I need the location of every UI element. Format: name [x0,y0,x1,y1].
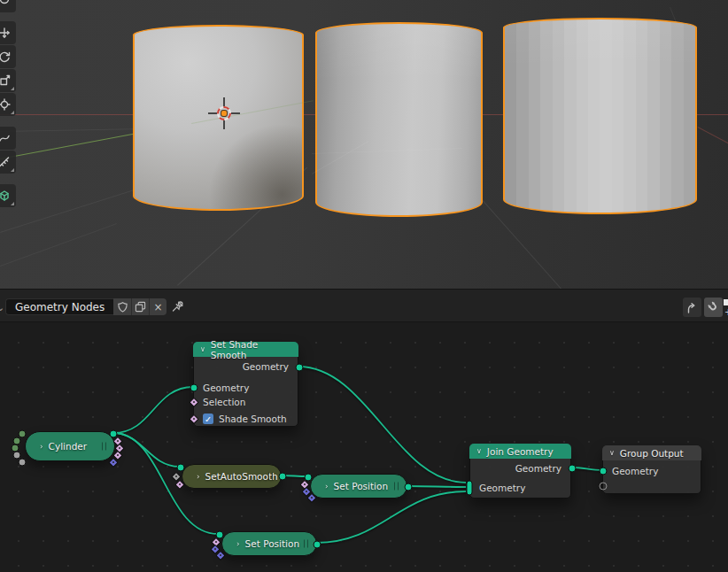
add-cube-icon [0,189,11,202]
input-row: ✓ Shade Smooth [194,411,298,427]
tool-move-button[interactable] [0,21,16,44]
socket-label: Selection [203,397,245,407]
tree-name-buttons: × [113,298,167,315]
cylinder-object-autosmooth[interactable] [315,22,483,217]
socket-label: Geometry [203,383,249,393]
snap-with-button-partial[interactable]: + [723,298,728,317]
node-grip[interactable] [394,483,399,491]
input-row: Selection [194,394,298,410]
node-title: Set Position [245,538,299,549]
node-group-output[interactable]: ∨ Group Output Geometry [602,445,701,494]
tool-measure-button[interactable] [0,151,16,174]
geometry-output-socket[interactable] [296,364,304,372]
link-shadesmooth-to-join [298,367,466,483]
geometry-multi-input-socket[interactable] [467,481,473,496]
magnet-icon [704,298,723,316]
tool-rotate-button[interactable] [0,45,16,68]
annotate-icon [0,132,11,144]
cylinder-object-flat[interactable] [503,18,697,214]
node-cylinder[interactable]: › Cylinder [25,431,115,461]
input-row: Geometry [603,463,701,479]
snap-toggle-button[interactable] [704,298,723,317]
fake-user-button[interactable] [113,298,131,315]
virtual-input-socket[interactable] [600,483,608,491]
input-row: Geometry [470,480,570,496]
snap-increment-icon [724,299,728,305]
unlink-button[interactable]: × [149,298,167,315]
geometry-output-socket[interactable] [405,483,413,491]
node-join-geometry[interactable]: ∨ Join Geometry Geometry Geometry [469,444,571,499]
node-header[interactable]: ∨ Join Geometry [469,444,571,459]
socket-label: Geometry [479,483,525,493]
geometry-input-socket[interactable] [600,468,608,475]
shade-smooth-checkbox[interactable]: ✓ [203,414,213,424]
node-grip[interactable] [268,473,274,481]
copy-icon [135,301,146,313]
link-cylinder-to-shadesmooth [113,387,193,433]
cursor-icon [0,0,11,7]
node-title: Group Output [620,448,684,459]
depth-input-socket[interactable] [19,459,27,467]
node-title: SetAutoSmooth [205,471,278,482]
node-header[interactable]: ∨ Group Output [602,445,701,460]
object-origin-dot [221,111,227,116]
geometry-output-socket[interactable] [569,465,577,473]
pin-icon [171,300,184,313]
node-grip[interactable] [102,443,107,451]
grid-line [0,128,135,132]
tool-add-cube-button[interactable] [0,184,16,207]
tool-cursor-button[interactable] [0,0,16,12]
rotate-icon [0,50,11,63]
link-setposition-a-to-join [407,486,466,487]
go-to-parent-button[interactable] [683,298,701,317]
socket-label: Shade Smooth [219,414,287,424]
vertices-input-socket[interactable] [19,430,27,438]
transform-icon [0,98,11,111]
collapse-chevron-icon[interactable]: ∨ [476,447,482,455]
pin-button[interactable] [169,298,185,315]
output-row: Geometry [194,359,298,375]
collapse-chevron-icon[interactable]: ∨ [200,345,205,353]
expand-chevron-icon[interactable]: › [236,539,240,548]
geometry-input-socket[interactable] [177,464,185,472]
close-icon: × [153,302,162,313]
output-row: Geometry [470,460,570,476]
editor-menu-sliver-icon[interactable]: ⌄ [0,302,4,313]
duplicate-button[interactable] [131,298,149,315]
node-grip[interactable] [304,540,309,548]
expand-chevron-icon[interactable]: › [197,472,200,481]
grid-line [0,223,117,267]
grid-line-red [698,127,728,144]
plus-icon: + [724,307,728,317]
node-set-auto-smooth[interactable]: › SetAutoSmooth [182,464,282,489]
node-title: Set Shade Smooth [211,339,291,360]
collapse-chevron-icon[interactable]: ∨ [609,449,615,457]
node-header[interactable]: ∨ Set Shade Smooth [193,342,298,357]
geometry-output-socket[interactable] [314,541,321,549]
grid-line [0,184,151,233]
expand-chevron-icon[interactable]: › [325,482,329,491]
shield-icon [117,301,128,313]
scale-icon [0,74,11,87]
tool-annotate-button[interactable] [0,127,16,150]
node-set-position-b[interactable]: › Set Position [221,531,317,556]
blender-window: ⌄ × [0,0,728,572]
socket-label: Geometry [612,466,658,476]
3d-cursor [208,97,240,129]
geometry-input-socket[interactable] [190,384,198,392]
socket-label: Geometry [243,361,289,372]
link-setposition-b-to-join [316,491,466,543]
up-arrow-icon [685,301,699,314]
tool-scale-button[interactable] [0,69,16,92]
node-set-position-a[interactable]: › Set Position [310,474,407,499]
checkbox-check-icon: ✓ [205,414,212,424]
geometry-output-socket[interactable] [279,473,287,481]
3d-viewport[interactable] [0,0,728,289]
node-title: Cylinder [49,441,87,452]
expand-chevron-icon[interactable]: › [40,442,43,451]
node-editor-canvas[interactable]: ∨ Set Shade Smooth Geometry Geometry Sel… [0,322,728,572]
node-title: Join Geometry [487,446,554,457]
tool-transform-button[interactable] [0,93,16,116]
node-set-shade-smooth[interactable]: ∨ Set Shade Smooth Geometry Geometry Sel… [193,342,298,427]
node-tree-name-input[interactable] [5,298,113,315]
